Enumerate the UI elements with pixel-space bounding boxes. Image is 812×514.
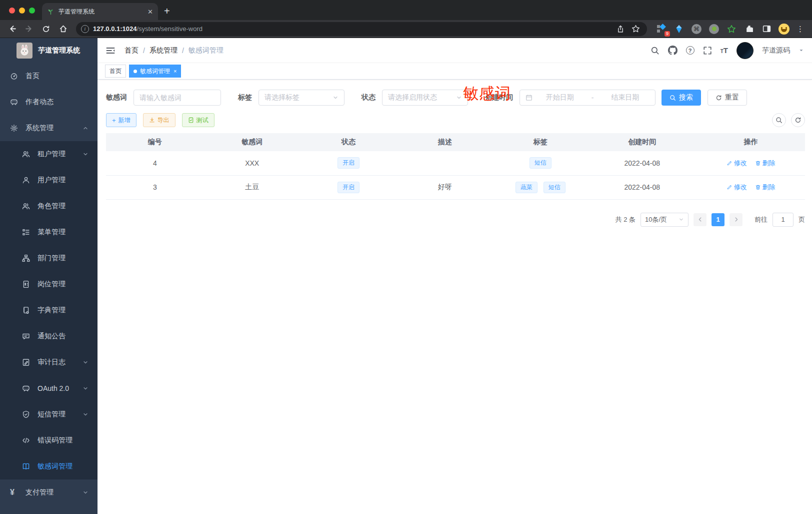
- sidebar-logo[interactable]: 芋道管理系统: [0, 38, 98, 63]
- tab-title: 芋道管理系统: [58, 8, 144, 16]
- sidebar-item-label: 用户管理: [38, 176, 66, 185]
- add-button[interactable]: + 新增: [106, 113, 136, 127]
- date-range-picker[interactable]: 开始日期 - 结束日期: [520, 90, 656, 106]
- open-book-icon: [22, 462, 30, 470]
- user-avatar[interactable]: [736, 42, 754, 59]
- tag-home[interactable]: 首页: [105, 65, 126, 78]
- browser-toolbar: i 127.0.0.1:1024/system/sensitive-word 9: [0, 20, 812, 38]
- new-tab-button[interactable]: +: [158, 6, 177, 20]
- yen-icon: ¥: [10, 488, 18, 497]
- search-button[interactable]: 搜索: [662, 90, 701, 106]
- plus-icon: +: [112, 117, 116, 124]
- tags-view: 首页 敏感词管理 ×: [98, 63, 812, 80]
- sidebar-item-notice[interactable]: 通知公告: [0, 323, 98, 349]
- sidebar-item-oauth[interactable]: OAuth 2.0: [0, 375, 98, 401]
- extension-command-icon[interactable]: ⌘: [691, 24, 702, 35]
- profile-avatar-emoji[interactable]: [778, 24, 790, 35]
- sidebar-item-post[interactable]: 岗位管理: [0, 271, 98, 297]
- sidebar-item-pay[interactable]: ¥ 支付管理: [0, 479, 98, 505]
- delete-link[interactable]: 删除: [755, 159, 776, 168]
- side-panel-icon[interactable]: [761, 24, 772, 35]
- page-size-select[interactable]: 10条/页: [640, 213, 688, 227]
- app-title: 芋道管理系统: [38, 46, 80, 55]
- prev-page-icon[interactable]: [694, 213, 706, 226]
- red-annotation-text: 敏感词: [463, 83, 511, 104]
- sidebar-item-dict[interactable]: 字典管理: [0, 297, 98, 323]
- username[interactable]: 芋道源码: [762, 46, 790, 55]
- extensions-puzzle-icon[interactable]: [744, 24, 754, 35]
- tab-close-icon[interactable]: ✕: [148, 8, 153, 16]
- sidebar-collapse-icon[interactable]: [106, 45, 116, 56]
- delete-link[interactable]: 删除: [755, 183, 776, 192]
- sidebar-item-role[interactable]: 角色管理: [0, 193, 98, 219]
- table-row: 4 XXX 开启 短信 2022-04-08 修改: [106, 151, 805, 175]
- extension-kite-icon[interactable]: [674, 24, 684, 35]
- tag-sensitive-word[interactable]: 敏感词管理 ×: [129, 65, 181, 78]
- cell-word: XXX: [204, 151, 300, 175]
- forward-icon[interactable]: [22, 22, 36, 36]
- tag-close-icon[interactable]: ×: [174, 68, 176, 74]
- tag-badge: 短信: [544, 182, 566, 193]
- url-text[interactable]: 127.0.0.1:1024/system/sensitive-word: [93, 25, 612, 33]
- gear-icon: [10, 124, 18, 132]
- reset-button[interactable]: 重置: [708, 90, 747, 106]
- tree-list-icon: [22, 228, 30, 236]
- date-start-placeholder: 开始日期: [536, 93, 584, 102]
- window-minimize-button[interactable]: [19, 8, 25, 14]
- sidebar-item-system[interactable]: 系统管理: [0, 115, 98, 141]
- shield-check-icon: [22, 410, 30, 418]
- keyword-input[interactable]: [140, 94, 215, 102]
- browser-tab[interactable]: 芋道管理系统 ✕: [42, 3, 158, 20]
- sidebar-item-sensitive-word[interactable]: 敏感词管理: [0, 453, 98, 479]
- back-icon[interactable]: [5, 22, 19, 36]
- sidebar-item-dept[interactable]: 部门管理: [0, 245, 98, 271]
- share-icon[interactable]: [616, 25, 624, 33]
- site-info-icon[interactable]: i: [81, 25, 89, 33]
- url-bar[interactable]: i 127.0.0.1:1024/system/sensitive-word: [76, 22, 647, 36]
- test-button[interactable]: 测试: [182, 113, 214, 127]
- github-icon[interactable]: [668, 46, 678, 55]
- header-search-icon[interactable]: [650, 46, 660, 55]
- window-close-button[interactable]: [9, 8, 15, 14]
- org-tree-icon: [22, 254, 30, 262]
- tag-select[interactable]: 请选择标签: [258, 90, 344, 106]
- extension-record-icon[interactable]: [708, 24, 720, 35]
- pencil-icon: [726, 160, 732, 166]
- extension-badge: 9: [664, 31, 670, 37]
- extension-green-star-icon[interactable]: [726, 24, 737, 35]
- window-maximize-button[interactable]: [29, 8, 35, 14]
- fullscreen-icon[interactable]: [703, 46, 712, 55]
- current-page[interactable]: 1: [712, 213, 724, 226]
- sidebar-item-author-news[interactable]: 作者动态: [0, 89, 98, 115]
- sidebar-item-tenant[interactable]: 租户管理: [0, 141, 98, 167]
- breadcrumb-home[interactable]: 首页: [124, 46, 138, 55]
- sidebar-item-errcode[interactable]: 错误码管理: [0, 427, 98, 453]
- breadcrumb-system[interactable]: 系统管理: [150, 46, 178, 55]
- bookmark-star-icon[interactable]: [632, 25, 640, 33]
- sidebar-item-user[interactable]: 用户管理: [0, 167, 98, 193]
- reload-icon[interactable]: [39, 22, 53, 36]
- user-caret-down-icon[interactable]: [798, 48, 804, 53]
- extension-grid-icon[interactable]: 9: [656, 24, 667, 35]
- edit-link[interactable]: 修改: [726, 183, 747, 192]
- sidebar-item-label: 首页: [26, 72, 40, 81]
- tag-badge: 蔬菜: [516, 182, 538, 193]
- next-page-icon[interactable]: [730, 213, 742, 226]
- font-size-icon[interactable]: TT: [720, 46, 728, 55]
- export-button[interactable]: 导出: [143, 113, 176, 127]
- sidebar-item-label: 错误码管理: [38, 436, 72, 445]
- browser-menu-icon[interactable]: ⋮: [796, 25, 807, 34]
- edit-link[interactable]: 修改: [726, 159, 747, 168]
- status-select[interactable]: 请选择启用状态: [382, 90, 468, 106]
- sidebar-item-sms[interactable]: 短信管理: [0, 401, 98, 427]
- goto-page-input[interactable]: [772, 213, 794, 227]
- cell-created: 2022-04-08: [588, 175, 696, 199]
- sidebar-item-menu[interactable]: 菜单管理: [0, 219, 98, 245]
- refresh-table-icon[interactable]: [791, 113, 805, 127]
- help-icon[interactable]: ?: [686, 46, 694, 55]
- sidebar-item-audit[interactable]: 审计日志: [0, 349, 98, 375]
- toggle-search-icon[interactable]: [772, 113, 786, 127]
- trash-icon: [755, 184, 761, 190]
- home-icon[interactable]: [56, 22, 70, 36]
- sidebar-item-home[interactable]: 首页: [0, 63, 98, 89]
